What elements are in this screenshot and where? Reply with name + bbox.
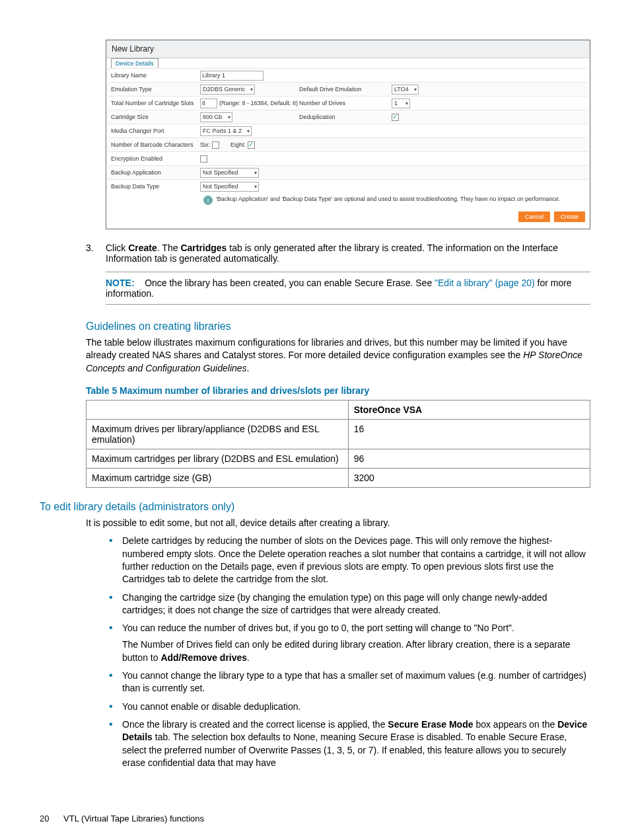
label-eight: Eight:	[230, 141, 246, 148]
label-number-drives: Number of Drives	[299, 100, 392, 106]
step-text: Click Create. The Cartridges tab is only…	[106, 243, 590, 264]
create-button[interactable]: Create	[554, 211, 585, 222]
list-item: You cannot change the library type to a …	[109, 669, 590, 695]
input-cartridge-slots[interactable]: 8	[200, 98, 217, 108]
new-library-screenshot: New Library Device Details Library Name …	[106, 40, 590, 229]
cancel-button[interactable]: Cancel	[518, 211, 550, 222]
th-vsa: StoreOnce VSA	[348, 400, 590, 419]
th-blank	[87, 400, 349, 419]
select-emulation-type[interactable]: D2DBS Generic	[200, 85, 255, 95]
select-backup-data-type[interactable]: Not Specified	[200, 182, 259, 192]
link-edit-library[interactable]: "Edit a library" (page 20)	[435, 278, 535, 288]
footer-title: VTL (Virtual Tape Libraries) functions	[63, 814, 204, 823]
label-dedup: Deduplication	[299, 114, 392, 120]
tab-device-details[interactable]: Device Details	[111, 58, 158, 68]
label-encryption: Encryption Enabled	[111, 155, 200, 162]
checkbox-dedup[interactable]	[392, 114, 399, 121]
edit-intro: It is possible to edit some, but not all…	[86, 517, 590, 529]
edit-bullet-list: Delete cartridges by reducing the number…	[109, 535, 590, 769]
dialog-body: Device Details Library Name Library 1 Em…	[106, 58, 590, 229]
label-cartridge-size: Cartridge Size	[111, 114, 200, 120]
guidelines-para: The table below illustrates maximum conf…	[86, 336, 590, 375]
hint-slot-range: (Range: 8 - 16384, Default: 8)	[219, 100, 298, 106]
list-item: You can reduce the number of drives but,…	[109, 622, 590, 664]
note-box: NOTE: Once the library has been created,…	[106, 272, 590, 305]
table-row: Maximum cartridge size (GB) 3200	[87, 468, 590, 487]
checkbox-encryption[interactable]	[200, 155, 207, 163]
page-footer: 20 VTL (Virtual Tape Libraries) function…	[40, 814, 204, 823]
select-cartridge-size[interactable]: 800 Gb	[200, 112, 232, 122]
select-default-drive-emu[interactable]: LTO4	[392, 85, 419, 95]
label-library-name: Library Name	[111, 72, 200, 79]
note-label: NOTE:	[106, 278, 135, 288]
list-item: Changing the cartridge size (by changing…	[109, 592, 590, 617]
label-backup-app: Backup Application	[111, 169, 200, 176]
label-media-changer: Media Changer Port	[111, 128, 200, 134]
page-number: 20	[40, 814, 49, 823]
checkbox-six[interactable]	[212, 141, 219, 149]
note-text-a: Once the library has been created, you c…	[145, 278, 435, 288]
select-media-changer[interactable]: FC Ports 1 & 2	[200, 126, 252, 136]
step-3: 3. Click Create. The Cartridges tab is o…	[86, 243, 590, 264]
heading-guidelines: Guidelines on creating libraries	[86, 321, 590, 332]
select-backup-app[interactable]: Not Specified	[200, 168, 259, 178]
checkbox-eight[interactable]	[248, 141, 255, 149]
table-row: Maximum cartridges per library (D2DBS an…	[87, 449, 590, 468]
heading-edit-library: To edit library details (administrators …	[40, 501, 590, 513]
label-emulation-type: Emulation Type	[111, 86, 200, 93]
dialog-title: New Library	[106, 40, 590, 58]
list-item: You cannot enable or disable deduplicati…	[109, 701, 590, 713]
table5: StoreOnce VSA Maximum drives per library…	[86, 400, 590, 488]
label-six: Six:	[200, 141, 210, 148]
table5-caption: Table 5 Maximum number of libraries and …	[86, 385, 590, 396]
step-number: 3.	[86, 243, 106, 264]
list-item: Once the library is created and the corr…	[109, 718, 590, 769]
manual-page: New Library Device Details Library Name …	[0, 0, 630, 840]
label-default-drive-emu: Default Drive Emulation	[299, 86, 392, 93]
dialog-frame: New Library Device Details Library Name …	[106, 40, 590, 229]
select-num-drives[interactable]: 1	[392, 98, 410, 108]
input-library-name[interactable]: Library 1	[200, 71, 263, 81]
list-item: Delete cartridges by reducing the number…	[109, 535, 590, 586]
label-cartridge-slots: Total Number of Cartridge Slots	[111, 100, 200, 106]
info-icon: i	[203, 196, 213, 205]
label-backup-data-type: Backup Data Type	[111, 183, 200, 190]
label-barcode-chars: Number of Barcode Characters	[111, 141, 200, 148]
table-row: Maximum drives per library/appliance (D2…	[87, 419, 590, 449]
table-header-row: StoreOnce VSA	[87, 400, 590, 419]
info-text: 'Backup Application' and 'Backup Data Ty…	[216, 196, 560, 202]
